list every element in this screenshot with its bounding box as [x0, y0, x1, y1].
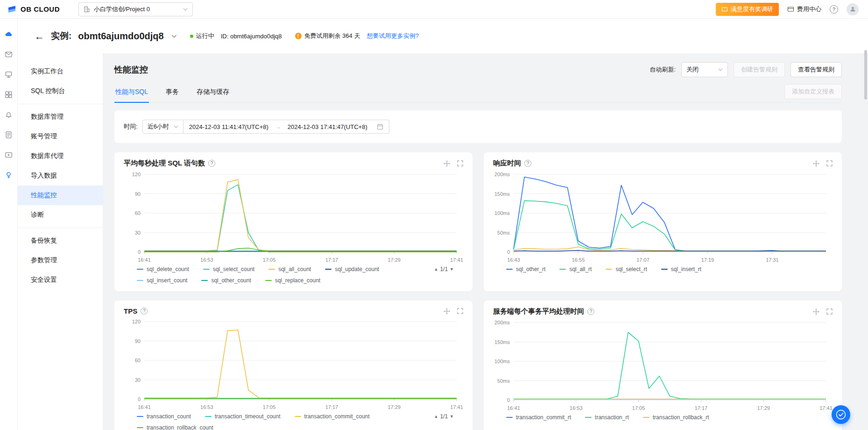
- back-icon[interactable]: ←: [35, 31, 44, 41]
- legend-item[interactable]: transaction_commit_rt: [506, 414, 571, 421]
- legend-item[interactable]: transaction_count: [137, 413, 191, 420]
- date-range-picker[interactable]: 2024-12-03 11:41:47(UTC+8) → 2024-12-03 …: [183, 120, 389, 134]
- drag-icon[interactable]: [444, 308, 450, 315]
- sidebar-item[interactable]: 数据库代理: [18, 146, 103, 166]
- tab[interactable]: 事务: [165, 83, 180, 102]
- legend-item[interactable]: sql_select_rt: [606, 266, 647, 272]
- survey-button[interactable]: 满意度有奖调研: [716, 3, 779, 16]
- logo-text: OB CLOUD: [21, 5, 60, 13]
- sidebar-item[interactable]: 账号管理: [18, 127, 103, 146]
- legend-item[interactable]: transaction_rollback_rt: [643, 414, 709, 421]
- sidebar-item[interactable]: SQL 控制台: [18, 81, 103, 101]
- legend-item[interactable]: transaction_rt: [585, 414, 629, 421]
- pager-up-icon[interactable]: ▲: [434, 267, 438, 272]
- fullscreen-icon[interactable]: [457, 308, 463, 314]
- auto-refresh-select[interactable]: 关闭: [681, 62, 728, 77]
- svg-text:0: 0: [507, 249, 510, 255]
- legend-label: sql_all_count: [278, 266, 311, 272]
- instance-header: ← 实例: obmt6ajumdo0djq8 运行中 ID: obmt6ajum…: [18, 19, 868, 53]
- sidebar-item[interactable]: 诊断: [18, 205, 103, 225]
- legend-item[interactable]: sql_other_rt: [506, 266, 545, 272]
- chevron-down-icon: [183, 8, 188, 11]
- legend-item[interactable]: sql_other_count: [201, 277, 251, 284]
- message-icon[interactable]: [5, 50, 13, 58]
- chart-help-icon[interactable]: ?: [208, 160, 215, 167]
- instance-label: 实例:: [51, 30, 71, 42]
- legend-item[interactable]: sql_delete_count: [137, 266, 189, 272]
- top-bar: OB CLOUD 小白学信创/Project 0 满意度有奖调研: [0, 0, 868, 19]
- fullscreen-icon[interactable]: [457, 160, 463, 166]
- drag-icon[interactable]: [813, 160, 819, 167]
- svg-text:60: 60: [135, 210, 141, 216]
- svg-text:17:17: 17:17: [695, 405, 708, 411]
- svg-text:17:19: 17:19: [701, 257, 714, 263]
- svg-text:17:41: 17:41: [450, 404, 463, 410]
- chart-legend: sql_delete_countsql_select_countsql_all_…: [124, 266, 463, 284]
- project-selector[interactable]: 小白学信创/Project 0: [78, 2, 193, 16]
- bulb-icon[interactable]: [5, 171, 13, 179]
- chart-title: 服务端每个事务平均处理时间: [493, 307, 584, 316]
- legend-item[interactable]: sql_insert_count: [137, 277, 187, 284]
- help-icon[interactable]: ?: [830, 5, 838, 14]
- legend-item[interactable]: transaction_timeout_count: [205, 413, 281, 420]
- svg-text:30: 30: [135, 377, 141, 383]
- docs-icon[interactable]: [5, 130, 13, 139]
- avatar[interactable]: [847, 3, 859, 15]
- legend-item[interactable]: sql_insert_rt: [661, 266, 701, 272]
- svg-text:16:43: 16:43: [507, 257, 520, 263]
- view-alert-rule-button[interactable]: 查看告警规则: [790, 62, 842, 77]
- chart-help-icon[interactable]: ?: [587, 308, 594, 315]
- chart-help-icon[interactable]: ?: [141, 308, 148, 315]
- sidebar-item[interactable]: 导入数据: [18, 166, 103, 186]
- more-instances-link[interactable]: 想要试用更多实例?: [367, 32, 418, 40]
- tab[interactable]: 性能与SQL: [114, 83, 149, 103]
- host-icon[interactable]: [5, 70, 13, 79]
- calendar-icon: [377, 123, 383, 130]
- sidebar-item[interactable]: 性能监控: [18, 186, 103, 205]
- fullscreen-icon[interactable]: [826, 160, 833, 166]
- add-custom-report-button[interactable]: 添加自定义报表: [784, 84, 842, 99]
- legend-label: sql_select_count: [213, 266, 254, 272]
- time-preset-select[interactable]: 近6小时: [142, 120, 183, 134]
- legend-item[interactable]: transaction_commit_count: [295, 413, 370, 420]
- legend-label: sql_insert_rt: [671, 266, 701, 272]
- drag-icon[interactable]: [813, 308, 819, 315]
- pager-down-icon[interactable]: ▼: [450, 267, 454, 272]
- legend-swatch: [268, 269, 275, 270]
- billing-center-label: 费用中心: [797, 5, 821, 14]
- range-arrow-icon: →: [275, 123, 281, 130]
- sidebar-item[interactable]: 数据库管理: [18, 107, 103, 127]
- legend-item[interactable]: sql_all_count: [268, 266, 311, 272]
- cloud-icon[interactable]: [5, 30, 13, 38]
- chart-help-icon[interactable]: ?: [524, 160, 531, 167]
- legend-item[interactable]: sql_update_count: [325, 266, 379, 272]
- legend-item[interactable]: sql_all_rt: [559, 266, 592, 272]
- legend-swatch: [137, 280, 143, 281]
- sidebar-item[interactable]: 安全设置: [18, 270, 103, 290]
- svg-text:200ms: 200ms: [494, 320, 510, 325]
- pager-down-icon[interactable]: ▼: [450, 414, 454, 419]
- legend-swatch: [201, 280, 208, 281]
- create-alert-rule-button[interactable]: 创建告警规则: [734, 62, 785, 77]
- legend-item[interactable]: sql_replace_count: [265, 277, 320, 284]
- legend-swatch: [325, 269, 332, 270]
- alarm-icon[interactable]: [5, 110, 13, 119]
- chart-legend: transaction_counttransaction_timeout_cou…: [124, 413, 463, 430]
- legend-swatch: [506, 417, 513, 418]
- sidebar-item[interactable]: 参数管理: [18, 251, 103, 270]
- pager-up-icon[interactable]: ▲: [434, 414, 438, 419]
- drag-icon[interactable]: [444, 160, 450, 167]
- video-icon[interactable]: [5, 150, 13, 159]
- instance-name: obmt6ajumdo0djq8: [78, 31, 163, 42]
- scrollbar-thumb[interactable]: [864, 50, 867, 100]
- billing-center-link[interactable]: 费用中心: [787, 5, 821, 14]
- legend-item[interactable]: sql_select_count: [203, 266, 254, 272]
- fullscreen-icon[interactable]: [826, 308, 833, 315]
- chevron-down-icon[interactable]: [171, 35, 177, 38]
- sidebar-item[interactable]: 实例工作台: [18, 62, 103, 81]
- legend-item[interactable]: transaction_rollback_count: [137, 424, 213, 430]
- check-float-button[interactable]: [832, 405, 850, 424]
- tab[interactable]: 存储与缓存: [196, 83, 230, 102]
- sidebar-item[interactable]: 备份恢复: [18, 231, 103, 251]
- apps-icon[interactable]: [5, 90, 13, 99]
